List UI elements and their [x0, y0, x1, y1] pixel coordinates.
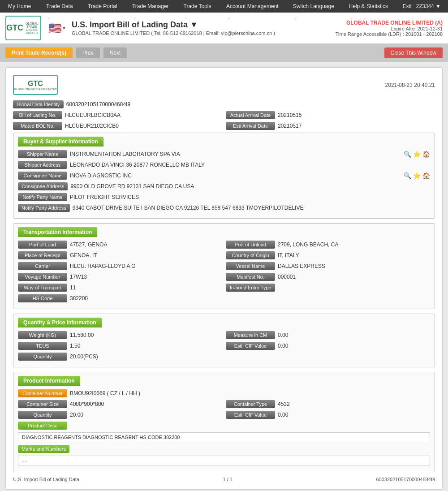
- quantity-label: Quantity: [18, 353, 67, 361]
- company-contact: GLOBAL TRADE ONLINE LIMITED ( Tel: 86-51…: [72, 30, 336, 36]
- record-datetime: 2021-08-23 20:40:21: [385, 82, 435, 88]
- notify-party-name-value: PILOT FREIGHT SERVICES: [70, 194, 430, 200]
- mated-bol-value: HLCUEUR2102CICB0: [65, 123, 222, 129]
- card-logo-sub: GLOBAL TRADE ONLINE LIMITED: [14, 88, 56, 90]
- consignee-address-row: Consignee Address 9900 OLD GROVE RD 9213…: [18, 182, 430, 190]
- mated-bol-label: Mated BOL No.: [13, 122, 62, 130]
- bol-no-col: Bill of Lading No. HLCUEURLBCICB0AA: [13, 111, 222, 119]
- container-number-value: BMOU92I0669 ( CZ / L / HH ): [70, 390, 430, 396]
- nav-tradedata[interactable]: Trade Data ▼: [42, 0, 83, 13]
- buyer-supplier-title: Buyer & Supplier Information: [18, 137, 103, 146]
- consignee-home-icon[interactable]: 🏠: [422, 172, 430, 179]
- shipper-search-icon[interactable]: 🔍: [404, 151, 411, 158]
- weight-measure-row: Weight (KG) 11,580.00 Measure in CM 0.00: [18, 331, 430, 339]
- consignee-search-icon[interactable]: 🔍: [404, 172, 411, 179]
- shipper-address-row: Shipper Address LEONARDO DA VINCI 36 208…: [18, 161, 430, 169]
- nav-accountmgmt[interactable]: Account Management ▼: [222, 0, 289, 13]
- place-receipt-value: GENOA, IT: [70, 252, 222, 258]
- vessel-name-label: Vessel Name: [226, 262, 275, 270]
- card-footer-left: U.S. Import Bill of Lading Data: [13, 477, 79, 482]
- transportation-title: Transportation Information: [18, 227, 97, 237]
- prod-cif-value: 0.00: [278, 412, 430, 418]
- port-unload-col: Port of Unload 2709, LONG BEACH, CA: [226, 241, 430, 249]
- action-bar-top: Print Trade Record(s) Prev Next Close Th…: [0, 44, 448, 62]
- flag-selector[interactable]: 🇺🇸 ▼: [48, 22, 66, 34]
- card-footer-right: 60032021051700004684I9: [376, 477, 435, 482]
- page-title[interactable]: U.S. Import Bill of Lading Data ▼: [72, 20, 336, 30]
- nav-tradetools[interactable]: Trade Tools ▼: [179, 0, 222, 13]
- consignee-star-icon[interactable]: ⭐: [413, 172, 421, 179]
- user-number[interactable]: 223344 ▼: [416, 3, 444, 9]
- prod-qty-value: 20.00: [70, 412, 222, 418]
- quantity-row: Quantity 20.00(PCS): [18, 353, 430, 361]
- carrier-value: HLCU: HAPAG-LLOYD A G: [70, 263, 222, 269]
- actual-arrival-col: Actual Arrival Date 20210515: [226, 111, 435, 119]
- product-desc-row: Product Desc: [18, 422, 430, 430]
- account-range: Time Range Accessible (LDR) : 201001 - 2…: [336, 31, 443, 37]
- nav-language[interactable]: Switch Language ▼: [289, 0, 345, 13]
- manifest-col: Manifest No. 000001: [226, 273, 430, 281]
- port-load-value: 47527, GENOA: [70, 241, 222, 248]
- next-button-top[interactable]: Next: [103, 47, 127, 58]
- notify-party-address-row: Notify Party Address 9340 CABOT DRIVE SU…: [18, 204, 430, 212]
- place-receipt-label: Place of Receipt: [18, 251, 67, 259]
- container-size-label: Container Size: [18, 400, 67, 408]
- logo-text: GTC: [6, 23, 23, 33]
- close-window-button-top[interactable]: Close This Window: [384, 47, 443, 58]
- card-logo: GTC GLOBAL TRADE ONLINE LIMITED: [13, 75, 58, 95]
- carrier-vessel-row: Carrier HLCU: HAPAG-LLOYD A G Vessel Nam…: [18, 262, 430, 270]
- global-data-identity-label: Global Data Identity: [13, 100, 64, 108]
- flag-dropdown-arrow[interactable]: ▼: [62, 26, 66, 30]
- manifest-label: Manifest No.: [226, 273, 275, 281]
- voyage-manifest-row: Voyage Number 17W13 Manifest No. 000001: [18, 273, 430, 281]
- transportation-section: Transportation Information Port of Load …: [13, 223, 435, 309]
- notify-party-name-row: Notify Party Name PILOT FREIGHT SERVICES: [18, 193, 430, 201]
- shipper-address-label: Shipper Address: [18, 161, 67, 169]
- shipper-name-row: Shipper Name INSTRUMENTATION LABORATORY …: [18, 150, 430, 158]
- nav-myhome[interactable]: My Home ▼: [4, 0, 42, 13]
- hs-code-value: 382200: [70, 295, 430, 301]
- nav-menu: My Home ▼ Trade Data ▼ Trade Portal ▼ Tr…: [4, 0, 416, 13]
- shipper-icons: 🔍 ⭐ 🏠: [404, 151, 430, 158]
- notify-party-name-label: Notify Party Name: [18, 193, 67, 201]
- voyage-col: Voyage Number 17W13: [18, 273, 222, 281]
- voyage-label: Voyage Number: [18, 273, 67, 281]
- container-number-label: Container Number: [18, 389, 67, 397]
- buyer-supplier-section: Buyer & Supplier Information Shipper Nam…: [13, 133, 435, 219]
- logo-subtitle: GLOBAL TRADEONLINE LIMITED: [23, 22, 40, 34]
- shipper-star-icon[interactable]: ⭐: [413, 151, 421, 158]
- port-unload-label: Port of Unload: [226, 241, 275, 249]
- nav-trademanager[interactable]: Trade Manager ▼: [128, 0, 179, 13]
- vessel-name-col: Vessel Name DALLAS EXPRESS: [226, 262, 430, 270]
- nav-tradeportal[interactable]: Trade Portal ▼: [83, 0, 128, 13]
- place-receipt-col: Place of Receipt GENOA, IT: [18, 251, 222, 259]
- measure-label: Measure in CM: [226, 331, 275, 339]
- way-transport-label: Way of Transport: [18, 284, 67, 292]
- actual-arrival-label: Actual Arrival Date: [226, 111, 275, 119]
- notify-party-address-label: Notify Party Address: [18, 204, 70, 212]
- carrier-col: Carrier HLCU: HAPAG-LLOYD A G: [18, 262, 222, 270]
- account-name: GLOBAL TRADE ONLINE LIMITED (A): [336, 20, 443, 26]
- product-desc-value: DIAGNOSTIC REAGENTS DIAGNOSTIC REAGENT H…: [18, 432, 430, 442]
- receipt-origin-row: Place of Receipt GENOA, IT Country of Or…: [18, 251, 430, 259]
- global-data-identity-row: Global Data Identity 6003202105170000468…: [13, 100, 435, 108]
- prev-button-top[interactable]: Prev: [76, 47, 100, 58]
- port-row: Port of Load 47527, GENOA Port of Unload…: [18, 241, 430, 249]
- nav-help[interactable]: Help & Statistics ▼: [345, 0, 398, 13]
- teus-col: TEUS 1.50: [18, 342, 222, 350]
- consignee-name-value: INOVA DIAGNOSTIC INC: [70, 172, 401, 179]
- nav-exit[interactable]: Exit: [398, 0, 416, 13]
- card-logo-text: GTC: [28, 80, 43, 88]
- prod-cif-col: Esti. CIF Value 0.00: [226, 411, 430, 419]
- card-header: GTC GLOBAL TRADE ONLINE LIMITED 2021-08-…: [13, 75, 435, 95]
- country-origin-value: IT, ITALY: [278, 252, 430, 258]
- measure-value: 0.00: [278, 332, 430, 338]
- print-button-top[interactable]: Print Trade Record(s): [5, 47, 73, 58]
- way-transport-col: Way of Transport 11: [18, 284, 222, 292]
- shipper-home-icon[interactable]: 🏠: [422, 151, 430, 158]
- flag-icon[interactable]: 🇺🇸: [48, 22, 62, 34]
- esti-arrival-value: 20210517: [278, 123, 435, 129]
- container-number-row: Container Number BMOU92I0669 ( CZ / L / …: [18, 389, 430, 397]
- account-info: GLOBAL TRADE ONLINE LIMITED (A) Expire A…: [336, 20, 443, 37]
- weight-col: Weight (KG) 11,580.00: [18, 331, 222, 339]
